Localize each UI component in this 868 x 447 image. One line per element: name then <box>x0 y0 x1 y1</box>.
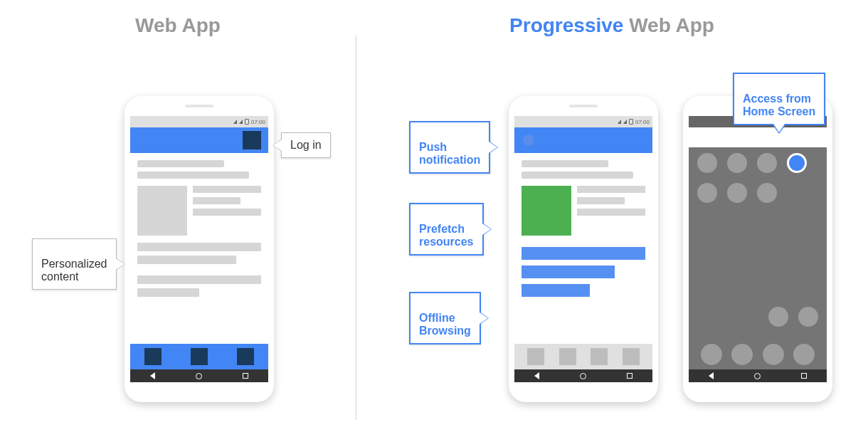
statusbar: 07:00 <box>514 116 652 127</box>
home-icon[interactable] <box>580 373 586 379</box>
callout-text: Personalized content <box>41 258 107 283</box>
panel-pwa: Progressive Web App 07:00 <box>356 14 868 447</box>
skeleton-line <box>193 209 261 216</box>
back-icon[interactable] <box>150 372 155 379</box>
android-navbar <box>130 369 268 382</box>
callout-text: Log in <box>290 139 322 151</box>
skeleton-line <box>577 197 625 204</box>
skeleton-line <box>137 172 249 179</box>
phone-speaker <box>185 105 213 107</box>
nav-tab[interactable] <box>191 348 208 365</box>
overview-icon[interactable] <box>801 373 807 379</box>
offline-content-bar <box>522 265 615 278</box>
app-shortcut[interactable] <box>727 183 747 203</box>
callout-offline: Offline Browsing <box>409 292 481 345</box>
content-row <box>522 186 645 236</box>
content-area <box>514 153 652 310</box>
skeleton-line <box>522 172 633 179</box>
app-grid <box>689 153 827 203</box>
status-time: 07:00 <box>251 119 265 125</box>
signal-icon <box>239 120 243 124</box>
skeleton-line <box>137 256 236 264</box>
dock-shortcut[interactable] <box>701 344 722 365</box>
phone-homescreen: 07:00 <box>683 96 832 402</box>
skeleton-line <box>137 275 261 284</box>
appbar <box>130 127 268 153</box>
nav-tab[interactable] <box>623 348 640 365</box>
app-shortcut[interactable] <box>697 183 717 203</box>
heading-web-app: Web App <box>0 14 356 37</box>
login-button[interactable] <box>243 131 261 149</box>
bottom-bar <box>130 344 268 369</box>
dock-shortcut[interactable] <box>793 344 815 365</box>
phone-web-app: 07:00 <box>125 96 274 402</box>
home-icon[interactable] <box>754 373 761 379</box>
nav-tab[interactable] <box>144 348 162 365</box>
callout-homescreen: Access from Home Screen <box>733 73 825 125</box>
nav-tab[interactable] <box>237 348 254 365</box>
app-shortcut[interactable] <box>768 307 788 327</box>
app-shortcut[interactable] <box>727 153 747 173</box>
nav-tab[interactable] <box>527 348 544 365</box>
callout-text: Access from Home Screen <box>743 93 815 117</box>
skeleton-line <box>137 243 261 251</box>
statusbar: 07:00 <box>130 116 268 127</box>
phone-pwa-app: 07:00 <box>509 96 658 402</box>
image-placeholder <box>137 186 187 236</box>
callout-prefetch: Prefetch resources <box>409 203 484 256</box>
dock-shortcut[interactable] <box>731 344 753 365</box>
back-icon[interactable] <box>709 372 714 379</box>
app-shortcut[interactable] <box>798 307 818 327</box>
panel-web-app: Web App 07:00 <box>0 14 356 447</box>
skeleton-line <box>137 288 199 297</box>
app-extra-row <box>768 307 818 327</box>
homescreen-bg <box>689 147 827 369</box>
skeleton-line <box>193 197 240 204</box>
callout-text: Prefetch resources <box>419 223 474 248</box>
app-shortcut[interactable] <box>757 183 777 203</box>
heading-pwa: Progressive Web App <box>356 14 868 37</box>
heading-rest: Web App <box>623 14 714 36</box>
skeleton-line <box>577 186 645 193</box>
prefetched-image <box>522 186 571 236</box>
callout-login: Log in <box>281 132 331 158</box>
home-icon[interactable] <box>196 373 202 379</box>
status-time: 07:00 <box>635 119 650 125</box>
phone-speaker <box>569 105 598 107</box>
signal-icon <box>623 120 627 124</box>
pwa-shortcut[interactable] <box>787 153 807 173</box>
dock-shortcut[interactable] <box>763 344 784 365</box>
heading-highlight: Progressive <box>509 14 623 36</box>
skeleton-line <box>577 209 645 216</box>
offline-content-bar <box>522 247 645 260</box>
signal-icon <box>618 120 621 124</box>
skeleton-line <box>137 160 224 167</box>
offline-content-bar <box>522 284 590 297</box>
callout-push: Push notification <box>409 121 490 174</box>
back-icon[interactable] <box>534 372 539 379</box>
skeleton-line <box>193 186 261 193</box>
callout-text: Push notification <box>419 141 480 166</box>
callout-personalized: Personalized content <box>32 238 117 290</box>
phone-screen: 07:00 <box>514 116 652 382</box>
battery-icon <box>629 119 633 125</box>
bottom-bar <box>514 344 652 369</box>
dock <box>689 344 827 365</box>
callout-text: Offline Browsing <box>419 312 471 337</box>
phone-screen: 07:00 <box>130 116 268 382</box>
phone-screen: 07:00 <box>689 116 827 382</box>
push-notification-dot <box>523 135 534 146</box>
signal-icon <box>233 120 237 124</box>
nav-tab[interactable] <box>591 348 608 365</box>
content-row <box>137 186 261 236</box>
nav-tab[interactable] <box>559 348 576 365</box>
skeleton-line <box>522 160 608 167</box>
android-navbar <box>689 369 827 382</box>
app-shortcut[interactable] <box>757 153 777 173</box>
overview-icon[interactable] <box>627 373 633 379</box>
battery-icon <box>245 119 249 125</box>
app-shortcut[interactable] <box>697 153 717 173</box>
content-area <box>130 153 268 308</box>
overview-icon[interactable] <box>243 373 248 379</box>
appbar <box>514 127 652 153</box>
